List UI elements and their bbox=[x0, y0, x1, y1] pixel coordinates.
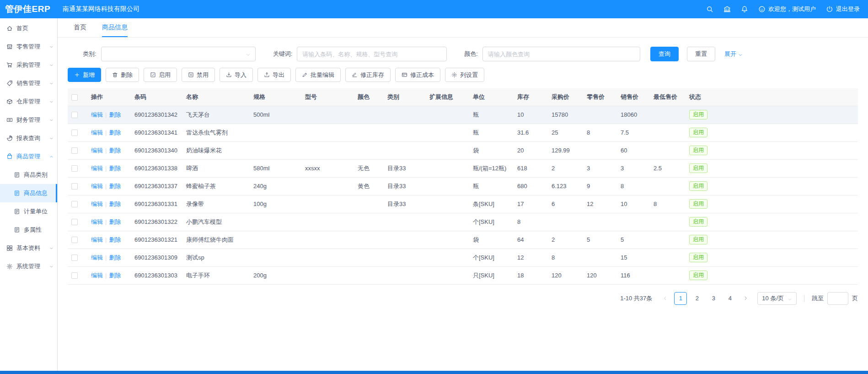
sidebar-item-system[interactable]: 系统管理 bbox=[0, 257, 57, 276]
edit-link[interactable]: 编辑 bbox=[91, 272, 103, 279]
sidebar-subitem-measure-unit[interactable]: 计量单位 bbox=[0, 202, 57, 221]
batch-edit-button[interactable]: 批量编辑 bbox=[295, 68, 341, 82]
column-settings-button[interactable]: 列设置 bbox=[445, 68, 484, 82]
finance-icon bbox=[6, 117, 13, 123]
sidebar-item-basic-data[interactable]: 基本资料 bbox=[0, 239, 57, 257]
sidebar-item-product[interactable]: 商品管理 bbox=[0, 147, 57, 166]
color-input[interactable] bbox=[482, 47, 640, 61]
delete-link[interactable]: 删除 bbox=[109, 183, 121, 190]
fix-cost-button[interactable]: 修正成本 bbox=[395, 68, 440, 82]
delete-link[interactable]: 删除 bbox=[109, 254, 121, 261]
bell-icon[interactable] bbox=[741, 5, 748, 13]
expand-link[interactable]: 展开 bbox=[724, 50, 743, 58]
status-cell: 启用 bbox=[686, 213, 858, 231]
row-checkbox[interactable] bbox=[71, 219, 78, 225]
user-menu[interactable]: 欢迎您，测试用户 bbox=[758, 5, 816, 13]
row-checkbox[interactable] bbox=[71, 255, 78, 261]
prev-page-button[interactable] bbox=[659, 292, 670, 305]
table-row: 编辑|删除6901236301340奶油味爆米花袋20129.9960启用 bbox=[68, 141, 858, 159]
tab-home[interactable]: 首页 bbox=[74, 18, 86, 37]
edit-link[interactable]: 编辑 bbox=[91, 236, 103, 243]
sidebar-item-label: 报表查询 bbox=[16, 134, 40, 142]
edit-link[interactable]: 编辑 bbox=[91, 165, 103, 172]
action-separator: | bbox=[105, 111, 107, 118]
sidebar-item-home[interactable]: 首页 bbox=[0, 19, 57, 38]
cell-purchase-price: 6.123 bbox=[548, 177, 583, 195]
tab-product-info[interactable]: 商品信息 bbox=[102, 18, 128, 37]
logout-button[interactable]: 退出登录 bbox=[826, 5, 860, 13]
cell-purchase-price: 2 bbox=[548, 231, 583, 249]
disable-button[interactable]: 禁用 bbox=[182, 68, 215, 82]
row-actions-cell: 编辑|删除 bbox=[87, 141, 131, 159]
status-cell: 启用 bbox=[686, 266, 858, 284]
sidebar-item-finance[interactable]: 财务管理 bbox=[0, 111, 57, 129]
sidebar-subitem-multi-attribute[interactable]: 多属性 bbox=[0, 221, 57, 239]
export-button[interactable]: 导出 bbox=[257, 68, 291, 82]
sidebar-subitem-product-info[interactable]: 商品信息 bbox=[0, 184, 57, 202]
category-select[interactable] bbox=[101, 47, 256, 61]
row-checkbox[interactable] bbox=[71, 201, 78, 207]
row-checkbox[interactable] bbox=[71, 130, 78, 136]
toolbar-button-label: 批量编辑 bbox=[311, 71, 334, 79]
cell-model bbox=[301, 141, 354, 159]
reset-button[interactable]: 重置 bbox=[687, 47, 715, 61]
status-badge: 启用 bbox=[689, 163, 707, 173]
fix-stock-button[interactable]: 修正库存 bbox=[345, 68, 391, 82]
cell-category bbox=[384, 106, 426, 124]
page-button-4[interactable]: 4 bbox=[723, 292, 736, 305]
sidebar-item-retail[interactable]: 零售管理 bbox=[0, 38, 57, 56]
next-page-button[interactable] bbox=[740, 292, 751, 305]
import-button[interactable]: 导入 bbox=[220, 68, 253, 82]
cell-sale-price: 5 bbox=[617, 231, 650, 249]
delete-button[interactable]: 删除 bbox=[106, 68, 139, 82]
sidebar-item-warehouse[interactable]: 仓库管理 bbox=[0, 92, 57, 111]
cell-name: 康师傅红烧牛肉面 bbox=[182, 231, 250, 249]
search-icon[interactable] bbox=[706, 5, 713, 13]
page-button-3[interactable]: 3 bbox=[707, 292, 720, 305]
stock-edit-icon bbox=[352, 72, 358, 78]
delete-link[interactable]: 删除 bbox=[109, 111, 121, 118]
cell-ext bbox=[426, 213, 469, 231]
delete-link[interactable]: 删除 bbox=[109, 272, 121, 279]
delete-link[interactable]: 删除 bbox=[109, 165, 121, 172]
edit-link[interactable]: 编辑 bbox=[91, 147, 103, 154]
edit-link[interactable]: 编辑 bbox=[91, 218, 103, 225]
delete-link[interactable]: 删除 bbox=[109, 201, 121, 207]
edit-link[interactable]: 编辑 bbox=[91, 183, 103, 190]
edit-link[interactable]: 编辑 bbox=[91, 129, 103, 136]
keyword-input[interactable] bbox=[297, 47, 447, 61]
edit-link[interactable]: 编辑 bbox=[91, 254, 103, 261]
page-size-select[interactable]: 10 条/页 bbox=[757, 292, 797, 305]
row-checkbox[interactable] bbox=[71, 183, 78, 190]
sidebar-subitem-product-category[interactable]: 商品类别 bbox=[0, 166, 57, 184]
action-separator: | bbox=[105, 201, 107, 207]
table-row: 编辑|删除6901236301309测试sp个[SKU]12815启用 bbox=[68, 249, 858, 266]
cell-category: 目录33 bbox=[384, 195, 426, 213]
bank-icon[interactable] bbox=[723, 5, 731, 13]
add-button[interactable]: 新增 bbox=[68, 68, 101, 82]
sidebar-item-purchase[interactable]: 采购管理 bbox=[0, 56, 57, 74]
search-button[interactable]: 查询 bbox=[650, 47, 679, 61]
sidebar-item-sales[interactable]: 销售管理 bbox=[0, 74, 57, 92]
cell-stock: 12 bbox=[514, 249, 548, 266]
jump-page-input[interactable] bbox=[827, 292, 848, 305]
cell-name: 录像带 bbox=[182, 195, 250, 213]
row-checkbox[interactable] bbox=[71, 147, 78, 154]
delete-link[interactable]: 删除 bbox=[109, 218, 121, 225]
row-checkbox[interactable] bbox=[71, 272, 78, 279]
row-checkbox[interactable] bbox=[71, 165, 78, 172]
edit-link[interactable]: 编辑 bbox=[91, 201, 103, 207]
select-all-checkbox[interactable] bbox=[71, 94, 78, 101]
row-checkbox[interactable] bbox=[71, 112, 78, 118]
page-button-1[interactable]: 1 bbox=[674, 292, 687, 305]
page-button-2[interactable]: 2 bbox=[691, 292, 703, 305]
row-checkbox[interactable] bbox=[71, 237, 78, 243]
sidebar-item-report[interactable]: 报表查询 bbox=[0, 129, 57, 147]
cell-spec bbox=[250, 249, 301, 266]
jump-suffix: 页 bbox=[852, 294, 858, 303]
edit-link[interactable]: 编辑 bbox=[91, 111, 103, 118]
delete-link[interactable]: 删除 bbox=[109, 147, 121, 154]
delete-link[interactable]: 删除 bbox=[109, 129, 121, 136]
delete-link[interactable]: 删除 bbox=[109, 236, 121, 243]
enable-button[interactable]: 启用 bbox=[144, 68, 177, 82]
